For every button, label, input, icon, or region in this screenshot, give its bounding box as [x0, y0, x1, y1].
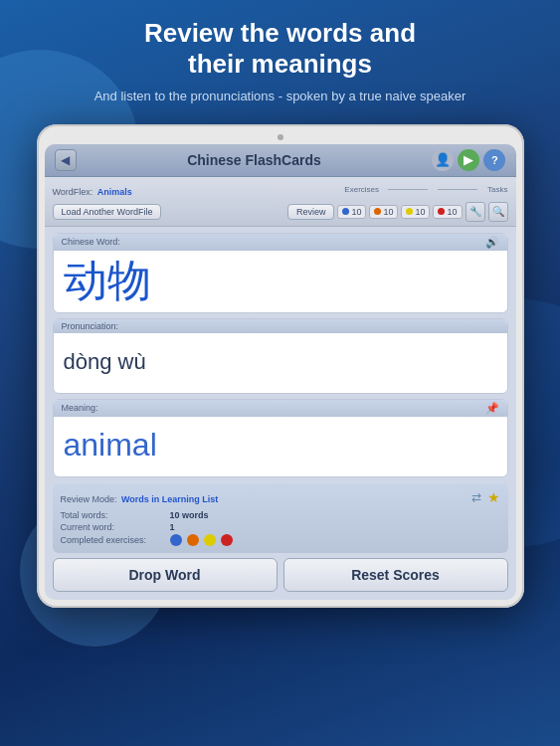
- chinese-word-label: Chinese Word:: [62, 237, 120, 247]
- score-blue-value: 10: [351, 207, 361, 217]
- meaning-label: Meaning:: [62, 403, 98, 413]
- reset-scores-button[interactable]: Reset Scores: [283, 558, 508, 592]
- completed-row: Completed exercises:: [61, 534, 500, 546]
- review-mode-info: Review Mode: Words in Learning List: [61, 488, 219, 506]
- ex-line-right: [438, 189, 477, 190]
- review-mode-prefix: Review Mode:: [61, 494, 117, 504]
- exercises-section: Exercises Tasks: [344, 185, 507, 194]
- meaning-content: animal: [54, 417, 507, 476]
- title-bar-icons: 👤 ▶ ?: [432, 149, 505, 171]
- meaning-text: animal: [64, 427, 157, 464]
- meaning-label-bar: Meaning: 📌: [54, 400, 507, 417]
- pronunciation-label-bar: Pronunciation:: [54, 319, 507, 333]
- total-words-value: 10 words: [170, 510, 209, 520]
- card-area: Chinese Word: 🔊 动物 Pronunciation: dòng w…: [45, 227, 516, 483]
- circle-yellow: [204, 534, 216, 546]
- pronunciation-label: Pronunciation:: [62, 321, 119, 331]
- meaning-card[interactable]: Meaning: 📌 animal: [53, 399, 508, 477]
- header-subtitle: And listen to the pronunciations - spoke…: [30, 88, 530, 105]
- pronunciation-content: dòng wù: [54, 333, 507, 393]
- chinese-word-content: 动物: [54, 251, 507, 312]
- pronunciation-text: dòng wù: [64, 349, 146, 375]
- score-red-badge: 10: [433, 205, 462, 219]
- pin-icon[interactable]: 📌: [485, 402, 499, 415]
- exercises-label: Exercises: [344, 185, 379, 194]
- review-mode-value: Words in Learning List: [121, 494, 218, 504]
- speaker-icon[interactable]: 🔊: [485, 236, 499, 249]
- person-icon-button[interactable]: 👤: [432, 149, 454, 171]
- circle-blue: [170, 534, 182, 546]
- completed-label: Completed exercises:: [61, 535, 170, 545]
- score-red-value: 10: [447, 207, 457, 217]
- chinese-word-card[interactable]: Chinese Word: 🔊 动物: [53, 233, 508, 313]
- wordfile-info: WordFlex: Animals: [53, 181, 132, 199]
- review-controls: Review 10 10 10 10: [287, 202, 508, 222]
- toolbar: WordFlex: Animals Exercises Tasks Load A…: [45, 177, 516, 227]
- app-title: Chinese FlashCards: [187, 152, 321, 168]
- info-actions: ⇄ ★: [471, 489, 500, 505]
- score-yellow-badge: 10: [401, 205, 430, 219]
- exercise-circles: [170, 534, 233, 546]
- circle-red: [221, 534, 233, 546]
- wordfile-name-label: Animals: [97, 187, 132, 197]
- total-words-label: Total words:: [61, 510, 170, 520]
- current-word-value: 1: [170, 522, 175, 532]
- drop-word-button[interactable]: Drop Word: [53, 558, 278, 592]
- shuffle-icon[interactable]: ⇄: [471, 490, 481, 504]
- help-icon-button[interactable]: ?: [483, 149, 505, 171]
- score-blue-badge: 10: [337, 205, 366, 219]
- chinese-word-text: 动物: [64, 257, 151, 304]
- chinese-label-bar: Chinese Word: 🔊: [54, 234, 507, 251]
- load-wordfile-button[interactable]: Load Another WordFile: [53, 204, 162, 220]
- score-orange-badge: 10: [369, 205, 398, 219]
- ex-line-left: [388, 189, 428, 190]
- header-section: Review the words and their meanings And …: [0, 0, 560, 116]
- circle-orange: [187, 534, 199, 546]
- title-bar: ◀ Chinese FlashCards 👤 ▶ ?: [45, 144, 516, 177]
- dot-blue: [342, 208, 349, 215]
- ipad-screen: ◀ Chinese FlashCards 👤 ▶ ? WordFlex: Ani…: [45, 144, 516, 600]
- review-mode-bar: Review Mode: Words in Learning List ⇄ ★: [61, 488, 500, 506]
- back-button[interactable]: ◀: [55, 149, 77, 171]
- review-button[interactable]: Review: [287, 204, 335, 220]
- play-icon-button[interactable]: ▶: [458, 149, 479, 171]
- current-word-label: Current word:: [61, 522, 170, 532]
- wordfile-prefix-label: WordFlex:: [53, 187, 93, 197]
- dot-yellow: [406, 208, 413, 215]
- score-yellow-value: 10: [415, 207, 425, 217]
- bottom-buttons: Drop Word Reset Scores: [53, 558, 508, 592]
- info-section: Review Mode: Words in Learning List ⇄ ★ …: [53, 483, 508, 553]
- camera-dot: [278, 134, 283, 140]
- dot-red: [438, 208, 445, 215]
- header-title: Review the words and their meanings: [30, 18, 530, 80]
- tasks-label: Tasks: [487, 185, 507, 194]
- star-icon[interactable]: ★: [487, 489, 500, 505]
- ipad-frame: ◀ Chinese FlashCards 👤 ▶ ? WordFlex: Ani…: [37, 124, 524, 608]
- settings-icon[interactable]: 🔧: [466, 202, 485, 222]
- search-icon[interactable]: 🔍: [488, 202, 508, 222]
- dot-orange: [374, 208, 381, 215]
- total-words-row: Total words: 10 words: [61, 510, 500, 520]
- pronunciation-card[interactable]: Pronunciation: dòng wù: [53, 318, 508, 394]
- score-orange-value: 10: [383, 207, 393, 217]
- current-word-row: Current word: 1: [61, 522, 500, 532]
